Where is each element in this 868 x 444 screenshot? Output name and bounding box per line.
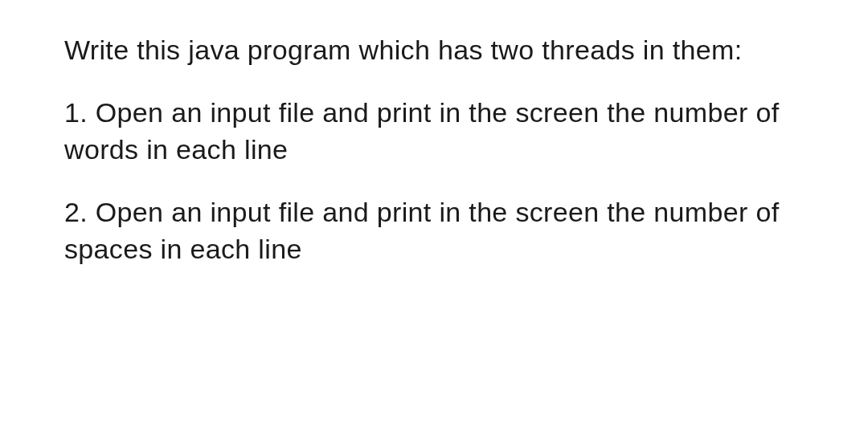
list-item-1: 1. Open an input file and print in the s… (64, 95, 800, 169)
intro-paragraph: Write this java program which has two th… (64, 32, 800, 69)
list-item-2: 2. Open an input file and print in the s… (64, 194, 800, 268)
